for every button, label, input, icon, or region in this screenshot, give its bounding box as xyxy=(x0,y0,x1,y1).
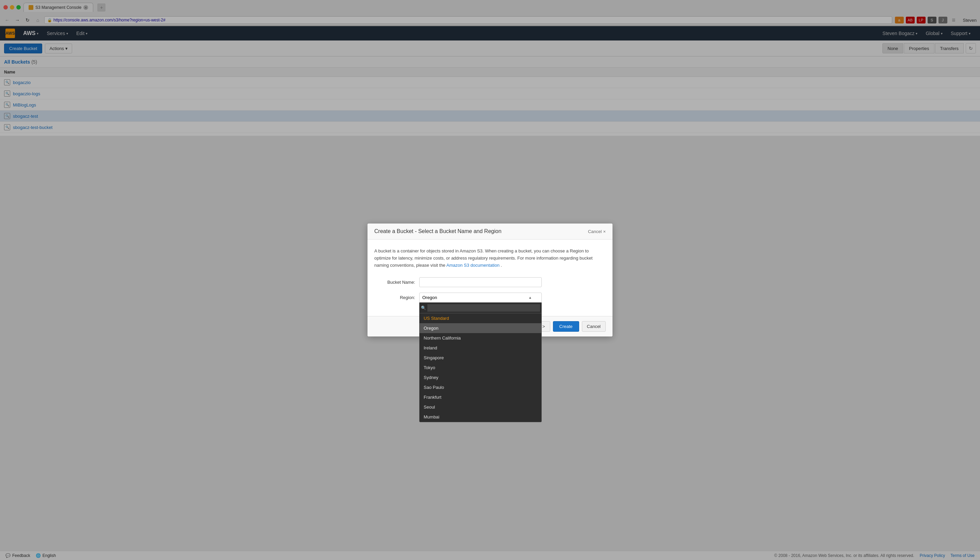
create-bucket-modal: Create a Bucket - Select a Bucket Name a… xyxy=(368,223,612,336)
close-x-icon: × xyxy=(603,229,606,234)
region-option-us-standard[interactable]: US Standard xyxy=(420,313,542,323)
modal-overlay[interactable]: Create a Bucket - Select a Bucket Name a… xyxy=(0,26,980,560)
s3-docs-link[interactable]: Amazon S3 documentation xyxy=(447,263,500,268)
create-button[interactable]: Create xyxy=(553,321,579,332)
region-row: Region: Oregon ▲ 🔍 US Stand xyxy=(374,293,606,302)
region-option-tokyo[interactable]: Tokyo xyxy=(420,363,542,373)
region-option-oregon[interactable]: Oregon xyxy=(420,323,542,333)
modal-body: A bucket is a container for objects stor… xyxy=(368,240,612,316)
region-option-singapore[interactable]: Singapore xyxy=(420,353,542,363)
region-search-input[interactable] xyxy=(427,304,540,312)
modal-cancel-x-button[interactable]: Cancel × xyxy=(588,229,606,234)
region-search-bar: 🔍 xyxy=(420,303,542,313)
region-option-mumbai[interactable]: Mumbai xyxy=(420,412,542,422)
region-option-sydney[interactable]: Sydney xyxy=(420,373,542,382)
cancel-modal-button[interactable]: Cancel xyxy=(582,321,606,332)
region-label: Region: xyxy=(374,295,415,300)
region-search-icon: 🔍 xyxy=(421,305,426,310)
modal-header: Create a Bucket - Select a Bucket Name a… xyxy=(368,223,612,240)
bucket-name-label: Bucket Name: xyxy=(374,280,415,285)
region-dropdown: 🔍 US Standard Oregon Northern California xyxy=(419,302,542,422)
modal-description: A bucket is a container for objects stor… xyxy=(374,248,606,269)
region-select-container: Oregon ▲ 🔍 US Standard xyxy=(419,293,542,302)
region-select[interactable]: Oregon ▲ xyxy=(419,293,542,302)
bucket-name-row: Bucket Name: xyxy=(374,277,606,287)
region-selected-value: Oregon xyxy=(422,295,437,300)
region-option-seoul[interactable]: Seoul xyxy=(420,402,542,412)
cancel-x-label: Cancel xyxy=(588,229,602,234)
region-caret-icon: ▲ xyxy=(528,296,532,299)
region-option-northern-california[interactable]: Northern California xyxy=(420,333,542,343)
modal-title: Create a Bucket - Select a Bucket Name a… xyxy=(374,228,502,234)
bucket-name-input[interactable] xyxy=(419,277,542,287)
region-option-sao-paulo[interactable]: Sao Paulo xyxy=(420,382,542,392)
region-option-ireland[interactable]: Ireland xyxy=(420,343,542,353)
region-option-frankfurt[interactable]: Frankfurt xyxy=(420,392,542,402)
